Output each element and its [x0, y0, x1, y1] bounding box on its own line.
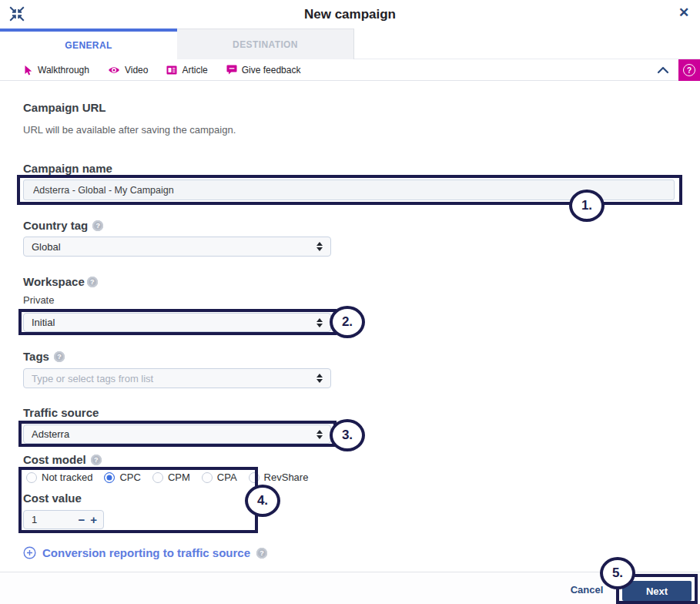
annotation-circle-3: 3. [330, 419, 365, 451]
dialog-header: New campaign ✕ [0, 0, 700, 29]
cost-model-help-icon[interactable]: ? [91, 455, 102, 465]
traffic-source-label: Traffic source [23, 406, 99, 419]
help-button[interactable]: ? [678, 59, 700, 81]
feedback-icon [226, 65, 237, 75]
tags-help-icon[interactable]: ? [54, 351, 65, 362]
conversion-reporting-link[interactable]: Conversion reporting to traffic source ? [23, 546, 267, 559]
radio-cpa[interactable]: CPA [202, 471, 237, 483]
conversion-reporting-help-icon[interactable]: ? [256, 548, 267, 559]
close-icon[interactable]: ✕ [675, 5, 692, 22]
campaign-name-input[interactable] [23, 180, 675, 200]
select-spinner-icon [317, 318, 323, 327]
cost-model-label-text: Cost model [23, 453, 86, 466]
tags-label-text: Tags [23, 350, 49, 363]
country-tag-label: Country tag ? [23, 219, 103, 232]
tab-destination[interactable]: DESTINATION [177, 29, 354, 59]
campaign-url-label: Campaign URL [23, 101, 106, 114]
video-label: Video [125, 65, 148, 76]
campaign-url-note: URL will be available after saving the c… [23, 124, 236, 136]
cursor-icon [23, 65, 33, 76]
workspace-label-text: Workspace [23, 275, 85, 288]
article-link[interactable]: Article [166, 65, 207, 76]
conversion-reporting-label: Conversion reporting to traffic source [42, 546, 250, 559]
radio-cpm[interactable]: CPM [152, 471, 190, 483]
dialog-title: New campaign [0, 7, 700, 22]
workspace-label: Workspace ? [23, 275, 98, 288]
tags-placeholder: Type or select tags from list [32, 373, 153, 384]
traffic-source-select[interactable]: Adsterra [23, 424, 331, 444]
country-tag-label-text: Country tag [23, 219, 88, 232]
new-campaign-dialog: New campaign ✕ GENERAL DESTINATION Walkt… [0, 0, 700, 604]
feedback-label: Give feedback [242, 65, 301, 76]
video-link[interactable]: Video [108, 65, 148, 76]
radio-label: RevShare [264, 471, 309, 483]
select-spinner-icon [317, 242, 323, 251]
collapse-toolbar-chevron-up-icon[interactable] [655, 64, 671, 76]
traffic-source-value: Adsterra [32, 428, 69, 440]
tags-select[interactable]: Type or select tags from list [23, 368, 331, 388]
cost-model-label: Cost model ? [23, 453, 102, 466]
tab-general[interactable]: GENERAL [0, 29, 177, 59]
walkthrough-link[interactable]: Walkthrough [23, 65, 89, 76]
select-spinner-icon [317, 374, 323, 383]
radio-circle-icon [26, 472, 37, 483]
annotation-circle-4: 4. [245, 485, 280, 517]
country-tag-help-icon[interactable]: ? [92, 220, 103, 231]
radio-label: CPM [168, 471, 190, 483]
country-tag-value: Global [32, 241, 61, 253]
help-icon: ? [683, 64, 695, 76]
help-toolbar: Walkthrough Video Article [0, 59, 700, 81]
radio-not-tracked[interactable]: Not tracked [26, 471, 92, 483]
dialog-footer: Cancel Next [0, 572, 700, 604]
radio-cpc[interactable]: CPC [104, 471, 140, 483]
eye-icon [108, 65, 120, 75]
increment-button[interactable]: + [90, 513, 97, 526]
next-button[interactable]: Next [622, 581, 692, 601]
radio-circle-selected-icon [104, 472, 115, 483]
cost-model-radio-group: Not tracked CPC CPM CPA RevShare [26, 471, 320, 483]
workspace-help-icon[interactable]: ? [87, 277, 98, 287]
country-tag-select[interactable]: Global [23, 237, 331, 257]
radio-label: CPA [217, 471, 237, 483]
article-label: Article [182, 65, 207, 76]
walkthrough-label: Walkthrough [38, 65, 89, 76]
cost-value-input[interactable] [32, 514, 62, 525]
article-icon [166, 65, 177, 75]
workspace-value: Initial [32, 317, 55, 328]
plus-circle-icon [23, 546, 36, 559]
workspace-select[interactable]: Initial [23, 313, 331, 332]
tags-label: Tags ? [23, 350, 65, 363]
tab-bar: GENERAL DESTINATION [0, 29, 700, 59]
annotation-circle-2: 2. [330, 306, 365, 338]
cost-value-label: Cost value [23, 492, 82, 505]
give-feedback-link[interactable]: Give feedback [226, 65, 301, 76]
cancel-button[interactable]: Cancel [553, 580, 621, 599]
radio-label: Not tracked [42, 471, 92, 483]
radio-revshare[interactable]: RevShare [249, 471, 309, 483]
cost-value-field: − + [23, 510, 104, 529]
decrement-button[interactable]: − [78, 513, 85, 526]
workspace-private-text: Private [23, 294, 54, 306]
radio-circle-icon [152, 472, 163, 483]
campaign-name-label: Campaign name [23, 162, 112, 175]
radio-label: CPC [119, 471, 140, 483]
select-spinner-icon [317, 430, 323, 439]
radio-circle-icon [202, 472, 213, 483]
radio-circle-icon [249, 472, 260, 483]
